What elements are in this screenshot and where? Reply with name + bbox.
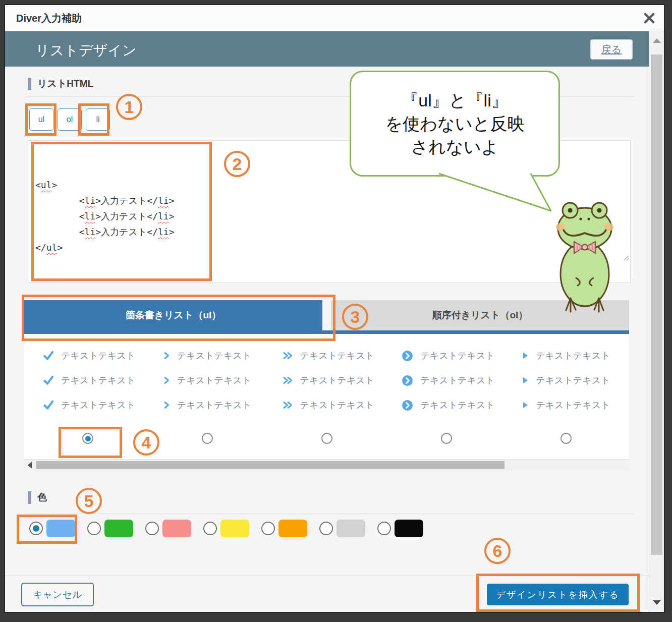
color-section-heading: 色 [28,491,47,504]
color-option-yellow[interactable] [203,520,249,537]
scroll-left-icon[interactable] [28,462,32,469]
color-swatch-red[interactable] [162,520,191,537]
check-icon [43,351,54,361]
code-line: <li>入力テスト</li> [35,224,630,240]
sample-text: テキストテキスト [61,399,135,411]
list-type-tabs: 箇条書きリスト（ul） 順序付きリスト（ol） [24,300,629,330]
color-radio-gray[interactable] [319,522,333,535]
annotation-number-1: 1 [116,94,142,120]
horizontal-scrollbar-thumb[interactable] [36,461,505,469]
chevron-icon [163,376,170,385]
double-chevron-icon [283,351,293,360]
list-style-sample: テキストテキスト [267,347,387,364]
tag-button-ul[interactable]: ul [29,108,53,131]
annotation-number-5: 5 [76,488,102,514]
color-swatch-blue[interactable] [46,520,75,537]
color-option-orange[interactable] [261,520,307,537]
list-html-section-heading: リストHTML [28,77,93,90]
vertical-scrollbar[interactable] [649,31,664,612]
close-icon[interactable] [642,11,657,26]
list-style-sample: テキストテキスト [148,397,267,414]
speech-bubble-line: 『ul』と『li』 [401,89,508,112]
color-radio-yellow[interactable] [203,522,217,535]
section-bar [28,78,31,90]
footer-divider [5,576,649,576]
sample-text: テキストテキスト [300,350,374,362]
list-style-sample: テキストテキスト [506,397,626,414]
check-icon [43,400,54,410]
circle-chevron-icon [402,375,413,386]
insert-design-list-button[interactable]: デザインリストを挿入する [487,584,629,605]
color-radio-green[interactable] [87,522,101,535]
double-chevron-icon [283,376,293,385]
scroll-down-icon[interactable] [653,600,661,605]
color-option-blue[interactable] [29,520,75,537]
sample-text: テキストテキスト [420,399,494,411]
cancel-button[interactable]: キャンセル [21,583,94,606]
page-background: Diver入力補助 リストデザイン 戻る リストHTML ulolli [0,0,672,622]
list-style-samples: テキストテキストテキストテキストテキストテキストテキストテキストテキストテキスト… [28,347,626,414]
sample-text: テキストテキスト [536,350,610,362]
double-chevron-icon [283,401,293,410]
color-option-black[interactable] [377,520,423,537]
section-bar [28,491,31,504]
modal-titlebar: Diver入力補助 [5,5,664,31]
tag-button-ol[interactable]: ol [58,108,82,131]
list-style-radio-4[interactable] [561,433,572,444]
back-button[interactable]: 戻る [590,39,633,60]
list-style-radio-0[interactable] [82,433,93,444]
color-option-red[interactable] [145,520,191,537]
color-option-gray[interactable] [319,520,365,537]
circle-chevron-icon [402,350,413,362]
sample-text: テキストテキスト [177,399,251,411]
sample-text: テキストテキスト [536,399,610,411]
color-swatch-black[interactable] [395,520,423,537]
list-style-sample: テキストテキスト [506,347,626,364]
sample-text: テキストテキスト [420,374,494,386]
tab-underline [24,330,629,334]
panel-header: リストデザイン 戻る [5,31,649,67]
color-radio-blue[interactable] [29,522,43,535]
list-style-sample: テキストテキスト [148,347,267,364]
list-style-sample: テキストテキスト [267,397,387,414]
annotation-number-6: 6 [484,538,511,564]
triangle-icon [521,401,529,410]
color-radio-black[interactable] [377,522,391,535]
horizontal-scrollbar[interactable] [24,459,629,470]
tab-ul-list[interactable]: 箇条書きリスト（ul） [24,300,322,330]
triangle-icon [521,376,529,385]
scroll-up-icon[interactable] [653,38,661,43]
sample-text: テキストテキスト [177,374,251,386]
sample-text: テキストテキスト [61,350,135,362]
sample-text: テキストテキスト [420,350,494,362]
chevron-icon [163,351,170,360]
color-options-row [29,520,423,537]
list-style-radio-1[interactable] [202,433,213,444]
list-style-radio-3[interactable] [441,433,452,444]
vertical-scrollbar-thumb[interactable] [651,54,662,555]
sample-text: テキストテキスト [177,350,251,362]
list-style-sample: テキストテキスト [148,372,267,389]
speech-bubble-tail [434,173,555,213]
color-radio-orange[interactable] [261,522,275,535]
color-swatch-orange[interactable] [278,520,307,537]
sample-text: テキストテキスト [61,374,135,386]
sample-text: テキストテキスト [536,374,610,386]
list-style-radio-2[interactable] [321,433,332,444]
color-swatch-gray[interactable] [337,520,365,537]
modal-title: Diver入力補助 [16,12,82,25]
color-swatch-green[interactable] [104,520,133,537]
color-swatch-yellow[interactable] [220,520,249,537]
list-style-sample: テキストテキスト [28,397,148,414]
list-style-panel: テキストテキストテキストテキストテキストテキストテキストテキストテキストテキスト… [24,334,629,470]
speech-bubble: 『ul』と『li』 を使わないと反映 されないよ [350,71,560,177]
tag-button-row: ulolli [29,108,110,131]
tag-button-li[interactable]: li [86,108,110,131]
sample-text: テキストテキスト [300,399,374,411]
color-heading-label: 色 [37,491,47,504]
list-html-heading-label: リストHTML [37,77,93,90]
color-option-green[interactable] [87,520,133,537]
sample-text: テキストテキスト [300,374,374,386]
list-style-sample: テキストテキスト [386,347,506,364]
color-radio-red[interactable] [145,522,159,535]
